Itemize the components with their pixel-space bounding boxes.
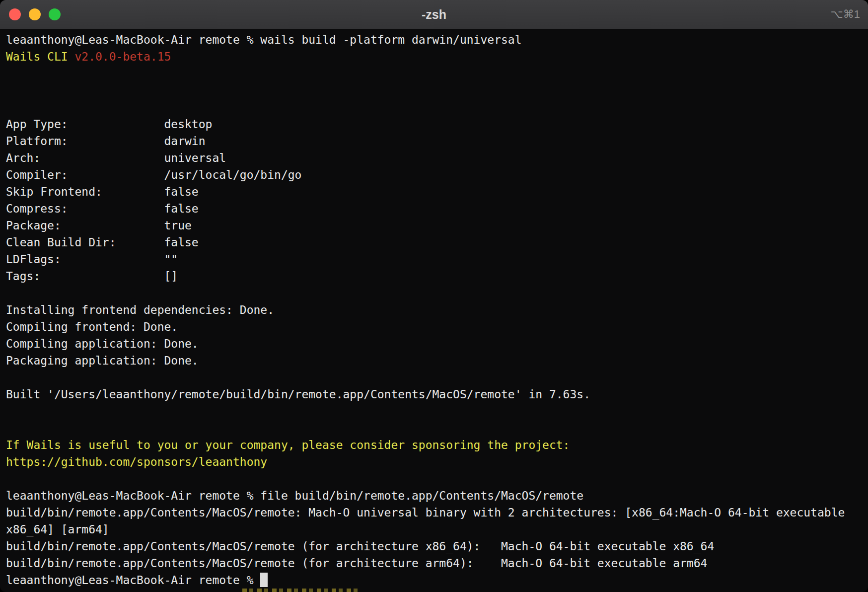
terminal-line	[6, 369, 868, 386]
terminal-text-segment: leaanthony@Leas-MacBook-Air remote %	[6, 574, 260, 587]
terminal-text-segment: Packaging application: Done.	[6, 354, 199, 367]
titlebar[interactable]: -zsh ⌥⌘1	[0, 0, 868, 29]
terminal-text-segment: Compiling application: Done.	[6, 337, 199, 350]
terminal-text-segment: build/bin/remote.app/Contents/MacOS/remo…	[6, 540, 714, 553]
terminal-line: App Type: desktop	[6, 116, 868, 133]
terminal-line: build/bin/remote.app/Contents/MacOS/remo…	[6, 555, 868, 572]
terminal-line: build/bin/remote.app/Contents/MacOS/remo…	[6, 504, 868, 521]
terminal-line: Compiling frontend: Done.	[6, 318, 868, 335]
terminal-text-segment: Compress: false	[6, 202, 199, 215]
window-shortcut-label: ⌥⌘1	[830, 0, 860, 29]
terminal-line: leaanthony@Leas-MacBook-Air remote % fil…	[6, 487, 868, 504]
terminal-text-segment: Package: true	[6, 219, 192, 232]
terminal-line: Platform: darwin	[6, 133, 868, 149]
terminal-text-segment: Arch: universal	[6, 151, 226, 164]
terminal-line: Compress: false	[6, 200, 868, 217]
terminal-text-segment: https://github.com/sponsors/leaanthony	[6, 455, 267, 468]
terminal-line: Tags: []	[6, 268, 868, 285]
terminal-line	[6, 470, 868, 487]
terminal-line: LDFlags: ""	[6, 251, 868, 268]
terminal-line: Installing frontend dependencies: Done.	[6, 301, 868, 318]
terminal-line: Built '/Users/leaanthony/remote/build/bi…	[6, 386, 868, 403]
terminal-line	[6, 99, 868, 116]
terminal-line	[6, 420, 868, 437]
zoom-button[interactable]	[49, 8, 61, 20]
terminal-line: If Wails is useful to you or your compan…	[6, 437, 868, 453]
terminal-line: Compiler: /usr/local/go/bin/go	[6, 166, 868, 183]
terminal-line: x86_64] [arm64]	[6, 521, 868, 538]
close-button[interactable]	[9, 8, 21, 20]
terminal-cursor	[260, 573, 267, 587]
terminal-line: leaanthony@Leas-MacBook-Air remote % wai…	[6, 31, 868, 48]
terminal-text-segment: leaanthony@Leas-MacBook-Air remote % wai…	[6, 33, 522, 46]
terminal-text-segment: Wails CLI	[6, 50, 74, 63]
terminal-window: -zsh ⌥⌘1 leaanthony@Leas-MacBook-Air rem…	[0, 0, 868, 592]
terminal-text-segment: x86_64] [arm64]	[6, 523, 109, 536]
terminal-line: https://github.com/sponsors/leaanthony	[6, 453, 868, 470]
terminal-text-segment: Installing frontend dependencies: Done.	[6, 303, 274, 316]
minimize-button[interactable]	[29, 8, 41, 20]
terminal-text-segment: LDFlags: ""	[6, 253, 178, 266]
traffic-lights	[9, 8, 61, 20]
terminal-line	[6, 403, 868, 420]
terminal-text-segment: Compiling frontend: Done.	[6, 320, 178, 333]
terminal-text-segment: Built '/Users/leaanthony/remote/build/bi…	[6, 388, 590, 401]
terminal-line	[6, 82, 868, 99]
terminal-line: build/bin/remote.app/Contents/MacOS/remo…	[6, 538, 868, 555]
terminal-text-segment: Tags: []	[6, 270, 178, 283]
terminal-line: Wails CLI v2.0.0-beta.15	[6, 48, 868, 65]
terminal-text-segment: App Type: desktop	[6, 118, 212, 131]
terminal-line: Arch: universal	[6, 149, 868, 166]
terminal-line: Clean Build Dir: false	[6, 234, 868, 251]
terminal-text-segment: v2.0.0-beta.15	[74, 50, 171, 63]
terminal-text-segment: Clean Build Dir: false	[6, 236, 199, 249]
terminal-text-segment: Compiler: /usr/local/go/bin/go	[6, 168, 301, 181]
terminal-line: Packaging application: Done.	[6, 352, 868, 369]
terminal-line: Package: true	[6, 217, 868, 234]
window-title: -zsh	[0, 7, 868, 22]
terminal-line: Skip Frontend: false	[6, 183, 868, 200]
terminal-text-segment: Platform: darwin	[6, 135, 206, 148]
terminal-text-segment: build/bin/remote.app/Contents/MacOS/remo…	[6, 557, 707, 570]
terminal-line	[6, 285, 868, 301]
terminal-output[interactable]: leaanthony@Leas-MacBook-Air remote % wai…	[0, 29, 868, 589]
terminal-text-segment: build/bin/remote.app/Contents/MacOS/remo…	[6, 506, 845, 519]
clipped-text-fragment	[242, 589, 358, 592]
terminal-text-segment: Skip Frontend: false	[6, 185, 199, 198]
terminal-text-segment: leaanthony@Leas-MacBook-Air remote % fil…	[6, 489, 583, 502]
terminal-line: leaanthony@Leas-MacBook-Air remote %	[6, 572, 868, 589]
terminal-line: Compiling application: Done.	[6, 335, 868, 352]
terminal-line	[6, 65, 868, 82]
terminal-text-segment: If Wails is useful to you or your compan…	[6, 439, 570, 451]
